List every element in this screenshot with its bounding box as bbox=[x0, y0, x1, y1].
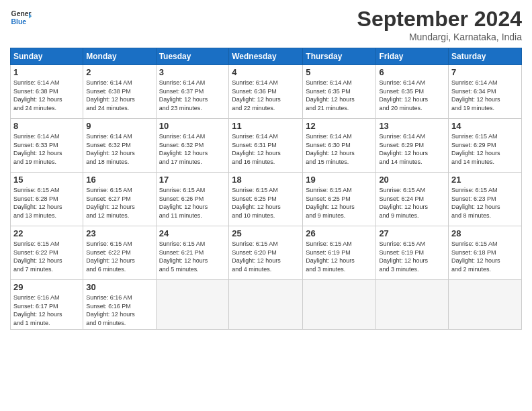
table-row: 8Sunrise: 6:14 AMSunset: 6:33 PMDaylight… bbox=[11, 119, 83, 173]
table-row: 26Sunrise: 6:15 AMSunset: 6:19 PMDayligh… bbox=[303, 226, 376, 280]
table-row: 6Sunrise: 6:14 AMSunset: 6:35 PMDaylight… bbox=[376, 65, 449, 119]
table-row bbox=[229, 280, 303, 330]
table-row: 20Sunrise: 6:15 AMSunset: 6:24 PMDayligh… bbox=[376, 173, 449, 226]
table-row: 3Sunrise: 6:14 AMSunset: 6:37 PMDaylight… bbox=[156, 65, 229, 119]
col-tuesday: Tuesday bbox=[156, 48, 229, 65]
svg-text:General: General bbox=[11, 10, 32, 17]
calendar-row-5: 29Sunrise: 6:16 AMSunset: 6:17 PMDayligh… bbox=[11, 280, 522, 330]
col-sunday: Sunday bbox=[11, 48, 83, 65]
table-row: 14Sunrise: 6:15 AMSunset: 6:29 PMDayligh… bbox=[449, 119, 522, 173]
calendar-row-2: 8Sunrise: 6:14 AMSunset: 6:33 PMDaylight… bbox=[11, 119, 522, 173]
calendar-row-1: 1Sunrise: 6:14 AMSunset: 6:38 PMDaylight… bbox=[11, 65, 522, 119]
table-row: 15Sunrise: 6:15 AMSunset: 6:28 PMDayligh… bbox=[11, 173, 83, 226]
table-row: 18Sunrise: 6:15 AMSunset: 6:25 PMDayligh… bbox=[229, 173, 303, 226]
table-row: 23Sunrise: 6:15 AMSunset: 6:22 PMDayligh… bbox=[83, 226, 156, 280]
location: Mundargi, Karnataka, India bbox=[357, 32, 522, 42]
table-row: 16Sunrise: 6:15 AMSunset: 6:27 PMDayligh… bbox=[83, 173, 156, 226]
calendar-row-4: 22Sunrise: 6:15 AMSunset: 6:22 PMDayligh… bbox=[11, 226, 522, 280]
col-friday: Friday bbox=[376, 48, 449, 65]
table-row: 17Sunrise: 6:15 AMSunset: 6:26 PMDayligh… bbox=[156, 173, 229, 226]
logo-icon: General Blue bbox=[10, 7, 32, 28]
table-row: 24Sunrise: 6:15 AMSunset: 6:21 PMDayligh… bbox=[156, 226, 229, 280]
table-row: 5Sunrise: 6:14 AMSunset: 6:35 PMDaylight… bbox=[303, 65, 376, 119]
table-row: 10Sunrise: 6:14 AMSunset: 6:32 PMDayligh… bbox=[156, 119, 229, 173]
col-wednesday: Wednesday bbox=[229, 48, 303, 65]
table-row: 25Sunrise: 6:15 AMSunset: 6:20 PMDayligh… bbox=[229, 226, 303, 280]
table-row: 12Sunrise: 6:14 AMSunset: 6:30 PMDayligh… bbox=[303, 119, 376, 173]
table-row: 11Sunrise: 6:14 AMSunset: 6:31 PMDayligh… bbox=[229, 119, 303, 173]
logo: General Blue bbox=[10, 7, 32, 28]
table-row bbox=[449, 280, 522, 330]
col-saturday: Saturday bbox=[449, 48, 522, 65]
table-row bbox=[303, 280, 376, 330]
table-row: 7Sunrise: 6:14 AMSunset: 6:34 PMDaylight… bbox=[449, 65, 522, 119]
table-row: 21Sunrise: 6:15 AMSunset: 6:23 PMDayligh… bbox=[449, 173, 522, 226]
table-row: 27Sunrise: 6:15 AMSunset: 6:19 PMDayligh… bbox=[376, 226, 449, 280]
header: General Blue September 2024 Mundargi, Ka… bbox=[10, 7, 522, 42]
month-title: September 2024 bbox=[357, 7, 522, 32]
svg-text:Blue: Blue bbox=[11, 18, 27, 26]
table-row: 2Sunrise: 6:14 AMSunset: 6:38 PMDaylight… bbox=[83, 65, 156, 119]
col-thursday: Thursday bbox=[303, 48, 376, 65]
title-area: September 2024 Mundargi, Karnataka, Indi… bbox=[357, 7, 522, 42]
calendar-table: Sunday Monday Tuesday Wednesday Thursday… bbox=[10, 48, 522, 330]
calendar-header-row: Sunday Monday Tuesday Wednesday Thursday… bbox=[11, 48, 522, 65]
table-row: 30Sunrise: 6:16 AMSunset: 6:16 PMDayligh… bbox=[83, 280, 156, 330]
calendar-row-3: 15Sunrise: 6:15 AMSunset: 6:28 PMDayligh… bbox=[11, 173, 522, 226]
table-row: 13Sunrise: 6:14 AMSunset: 6:29 PMDayligh… bbox=[376, 119, 449, 173]
table-row: 1Sunrise: 6:14 AMSunset: 6:38 PMDaylight… bbox=[11, 65, 83, 119]
table-row bbox=[376, 280, 449, 330]
table-row: 19Sunrise: 6:15 AMSunset: 6:25 PMDayligh… bbox=[303, 173, 376, 226]
col-monday: Monday bbox=[83, 48, 156, 65]
table-row: 22Sunrise: 6:15 AMSunset: 6:22 PMDayligh… bbox=[11, 226, 83, 280]
table-row bbox=[156, 280, 229, 330]
table-row: 9Sunrise: 6:14 AMSunset: 6:32 PMDaylight… bbox=[83, 119, 156, 173]
table-row: 28Sunrise: 6:15 AMSunset: 6:18 PMDayligh… bbox=[449, 226, 522, 280]
table-row: 29Sunrise: 6:16 AMSunset: 6:17 PMDayligh… bbox=[11, 280, 83, 330]
table-row: 4Sunrise: 6:14 AMSunset: 6:36 PMDaylight… bbox=[229, 65, 303, 119]
page: General Blue September 2024 Mundargi, Ka… bbox=[0, 0, 532, 411]
